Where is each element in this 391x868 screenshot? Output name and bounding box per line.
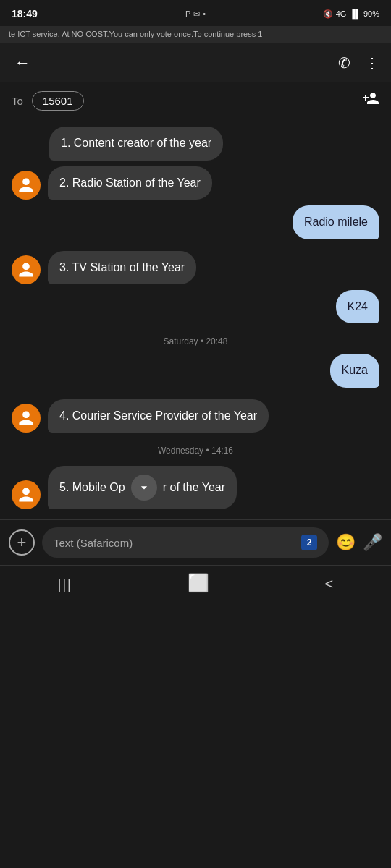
notification-banner: te ICT service. At NO COST.You can only … [0, 26, 391, 43]
message-row: 2. Radio Station of the Year [12, 166, 379, 200]
toolbar-left: ← [12, 51, 33, 75]
nav-home-button[interactable]: ⬜ [188, 573, 209, 593]
mute-icon: 🔇 [323, 9, 333, 19]
status-bar: 18:49 P ✉ • 🔇 4G ▐▌ 90% [0, 0, 391, 26]
message-row: K24 [12, 290, 379, 323]
recipient-bar: To 15601 [0, 82, 391, 119]
bubble-text-part1: 5. Mobile Op [59, 480, 125, 495]
signal-4g: 4G [336, 9, 347, 18]
menu-icon: ||| [58, 577, 72, 592]
message-row: Radio milele [12, 205, 379, 239]
attach-button[interactable]: + [9, 529, 35, 556]
bubble-text: K24 [348, 300, 368, 312]
outgoing-bubble: Kuza [330, 354, 379, 387]
incoming-bubble: 4. Courier Service Provider of the Year [48, 399, 269, 433]
avatar [12, 404, 41, 433]
nav-back-button[interactable]: < [325, 573, 334, 593]
toolbar-right: ✆ ⋮ [338, 54, 379, 72]
microphone-button[interactable]: 🎤 [363, 533, 382, 552]
back-button[interactable]: ← [12, 51, 33, 75]
message-input-container[interactable]: Text (Safaricom) 2 [42, 527, 329, 558]
message-placeholder[interactable]: Text (Safaricom) [54, 537, 295, 549]
bubble-text-part2: r of the Year [163, 480, 225, 495]
incoming-bubble: 5. Mobile Op r of the Year [48, 466, 237, 509]
message-row: 3. TV Station of the Year [12, 251, 379, 284]
bottom-nav: ||| ⬜ < [0, 565, 391, 605]
status-time: 18:49 [12, 8, 38, 20]
emoji-button[interactable]: 😊 [336, 533, 356, 552]
status-right: 🔇 4G ▐▌ 90% [323, 9, 379, 19]
bubble-text: 3. TV Station of the Year [59, 261, 185, 273]
timestamp-text: Saturday • 20:48 [164, 336, 228, 346]
phone-button[interactable]: ✆ [338, 54, 350, 72]
incoming-bubble: 1. Content creator of the year [49, 127, 223, 160]
incoming-bubble: 2. Radio Station of the Year [48, 166, 212, 200]
person-icon [17, 486, 35, 503]
person-icon [17, 261, 35, 278]
avatar [12, 171, 41, 200]
add-contact-icon [362, 90, 379, 107]
back-nav-icon: < [325, 576, 334, 592]
person-icon [17, 176, 35, 194]
timestamp: Saturday • 20:48 [12, 336, 379, 346]
bubble-text: 4. Courier Service Provider of the Year [59, 409, 257, 422]
input-bar: + Text (Safaricom) 2 😊 🎤 [0, 519, 391, 565]
home-icon: ⬜ [188, 573, 209, 592]
nav-menu-button[interactable]: ||| [58, 573, 72, 593]
bubble-text: Radio milele [304, 216, 368, 228]
more-options-button[interactable]: ⋮ [365, 54, 379, 72]
recipient-chip[interactable]: 15601 [32, 91, 84, 111]
chevron-down-icon [137, 480, 151, 495]
signal-bars: ▐▌ [349, 9, 361, 18]
bubble-text: 1. Content creator of the year [61, 137, 211, 149]
add-contact-button[interactable] [362, 90, 379, 111]
plus-icon: + [17, 533, 27, 552]
battery-level: 90% [363, 9, 379, 18]
msg-icon: ✉ [193, 9, 200, 19]
toolbar: ← ✆ ⋮ [0, 43, 391, 82]
timestamp-text: Wednesday • 14:16 [158, 446, 233, 456]
to-label: To [12, 95, 23, 107]
avatar [12, 480, 41, 509]
status-icons: P ✉ • [185, 9, 206, 19]
scroll-down-button[interactable] [131, 475, 157, 501]
sim-badge: 2 [301, 535, 317, 550]
p-icon: P [185, 9, 190, 18]
person-icon [17, 409, 35, 427]
messages-area: 1. Content creator of the year 2. Radio … [0, 119, 391, 519]
incoming-bubble: 3. TV Station of the Year [48, 251, 196, 284]
outgoing-bubble: Radio milele [293, 205, 379, 239]
message-row: 5. Mobile Op r of the Year [12, 466, 379, 509]
message-row: 1. Content creator of the year [12, 127, 379, 160]
notification-text: te ICT service. At NO COST.You can only … [9, 30, 262, 38]
message-row: Kuza [12, 354, 379, 387]
dot-icon: • [203, 9, 206, 18]
timestamp: Wednesday • 14:16 [12, 446, 379, 456]
bubble-text: 2. Radio Station of the Year [59, 176, 201, 189]
message-row: 4. Courier Service Provider of the Year [12, 399, 379, 433]
outgoing-bubble: K24 [336, 290, 379, 323]
avatar [12, 255, 41, 284]
bubble-text: Kuza [342, 364, 368, 376]
